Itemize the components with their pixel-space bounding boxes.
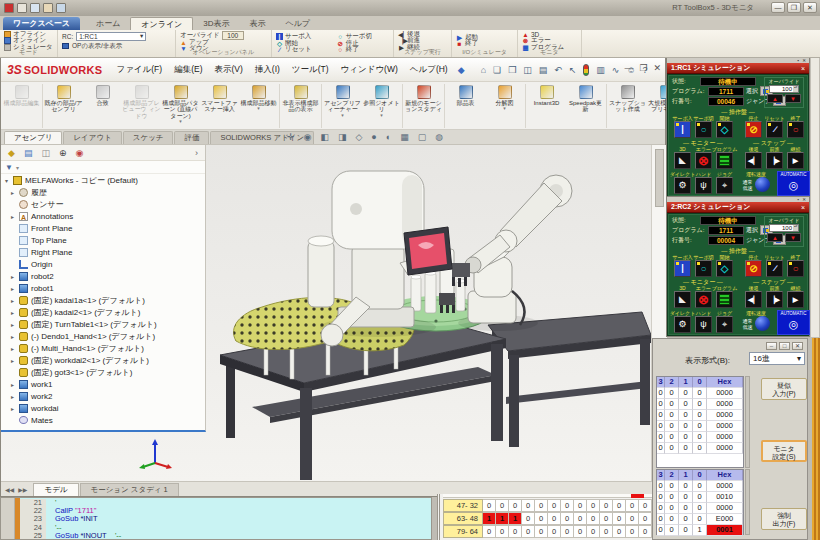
print-icon[interactable]: ▤	[539, 65, 548, 75]
menu-1[interactable]: 編集(E)	[168, 64, 208, 76]
tree-filter[interactable]: ▼▾	[1, 161, 205, 174]
new-document-icon[interactable]: ❏	[493, 65, 501, 75]
tab-scroll-right-icon[interactable]: ▶▶	[16, 486, 29, 493]
bit-cell[interactable]: 0	[639, 525, 652, 538]
hand-2-button[interactable]: ⌖	[716, 177, 733, 194]
bit-cell[interactable]: 0	[574, 499, 587, 512]
override-down-button[interactable]: ▼	[785, 233, 801, 242]
bit-cell[interactable]: 0	[587, 499, 600, 512]
toolbar-12[interactable]: 分解図▾	[485, 84, 524, 111]
speed-button[interactable]	[755, 177, 770, 192]
zoom-fit-icon[interactable]: ✛	[287, 132, 295, 142]
quick-tool-icon[interactable]	[56, 3, 66, 13]
bit-cell[interactable]: 0	[613, 525, 626, 538]
bit-cell[interactable]: 0	[509, 525, 522, 538]
tree-item-18[interactable]: ▸workdai	[1, 402, 205, 414]
monitor-0-button[interactable]: ◣	[674, 291, 691, 308]
menu-0[interactable]: ファイル(F)	[110, 64, 168, 76]
monitor-2-button[interactable]	[716, 152, 733, 169]
dimxpert-tab-icon[interactable]: ⊕	[59, 148, 67, 158]
menu-5[interactable]: ウィンドウ(W)	[335, 64, 404, 76]
bit-cell[interactable]: 1	[509, 512, 522, 525]
servo-0-button[interactable]: |	[674, 260, 691, 277]
menu-2[interactable]: 表示(V)	[208, 64, 248, 76]
toolbar-7[interactable]: 非表示構成部品の表示	[281, 84, 320, 113]
servo-1-button[interactable]: ○	[695, 260, 712, 277]
bit-cell[interactable]: 0	[613, 512, 626, 525]
expand-icon[interactable]: ▾	[5, 177, 13, 184]
3d-scene[interactable]	[206, 145, 651, 483]
menu-4[interactable]: ツール(T)	[286, 64, 335, 76]
expand-icon[interactable]: ▸	[11, 285, 19, 292]
configuration-tab-icon[interactable]: ◫	[41, 148, 50, 158]
step-2-button[interactable]: ▶	[787, 291, 804, 308]
servo-2-button[interactable]: ◇	[716, 260, 733, 277]
tree-item-12[interactable]: ▸(-) Dendo1_Hand<1> (デフォルト)	[1, 330, 205, 342]
ribbon-servo-0[interactable]: |サーボ入	[276, 33, 329, 40]
code-line-4[interactable]: 25GoSub *INOUT '--	[20, 532, 431, 540]
servo-4-button[interactable]: ∕∕	[766, 121, 783, 138]
tree-item-4[interactable]: Top Plane	[1, 234, 205, 246]
tree-item-8[interactable]: ▸robot1	[1, 282, 205, 294]
scrollbar-thumb[interactable]	[655, 149, 664, 207]
expand-icon[interactable]: ▸	[11, 357, 19, 364]
rebuild-icon[interactable]	[583, 64, 589, 76]
minimize-button[interactable]: —	[771, 2, 785, 13]
display-style-icon[interactable]: ◇	[355, 132, 362, 142]
automatic-button[interactable]: AUTOMATIC◎	[777, 310, 810, 335]
expand-icon[interactable]: ▸	[11, 333, 19, 340]
appearance-icon[interactable]: ◐	[386, 132, 391, 142]
doc-tab-1[interactable]: レイアウト	[63, 131, 121, 144]
expand-icon[interactable]: ▸	[11, 213, 19, 220]
bit-cell[interactable]: 0	[548, 499, 561, 512]
expand-icon[interactable]: ▸	[11, 381, 19, 388]
servo-5-button[interactable]: ○	[787, 121, 804, 138]
servo-1-button[interactable]: ○	[695, 121, 712, 138]
toolbar-10[interactable]: 新規のモーションスタディ	[404, 84, 443, 113]
scrollbar[interactable]	[745, 376, 750, 468]
servo-3-button[interactable]: ⊘	[745, 121, 762, 138]
speed-option[interactable]: 低速	[743, 324, 753, 330]
hand-1-button[interactable]: ψ	[695, 177, 712, 194]
expand-icon[interactable]: ▸	[11, 297, 19, 304]
bit-cell[interactable]: 0	[522, 525, 535, 538]
maximize-button[interactable]: ❐	[787, 2, 801, 13]
servo-2-button[interactable]: ◇	[716, 121, 733, 138]
toolbar-14[interactable]: Speedpak更新	[566, 84, 605, 113]
bit-cell[interactable]: 0	[626, 525, 639, 538]
view-orientation-icon[interactable]: ◨	[338, 132, 347, 142]
tree-item-17[interactable]: ▸work2	[1, 390, 205, 402]
bit-cell[interactable]: 0	[587, 512, 600, 525]
bit-cell[interactable]: 0	[639, 512, 652, 525]
bit-cell[interactable]: 0	[496, 525, 509, 538]
ribbon-step-1[interactable]: ▕▶前進	[398, 38, 447, 45]
toolbar-13[interactable]: Instant3D	[527, 84, 566, 106]
bit-cell[interactable]: 0	[496, 499, 509, 512]
open-icon[interactable]: ❒	[508, 65, 516, 75]
bit-cell[interactable]: 0	[587, 525, 600, 538]
rc-select[interactable]: 1:RC1▾	[76, 32, 146, 41]
hand-0-button[interactable]: ⚙	[674, 316, 691, 333]
toolbar-8[interactable]: アセンブリフィーチャー▾	[323, 84, 362, 118]
expand-icon[interactable]: ▸	[11, 345, 19, 352]
tree-item-19[interactable]: Mates	[1, 414, 205, 426]
override-up-button[interactable]: ▲	[767, 233, 783, 242]
servo-3-button[interactable]: ⊘	[745, 260, 762, 277]
bit-cell[interactable]: 0	[600, 499, 613, 512]
ribbon-tab-1[interactable]: ホーム	[86, 17, 130, 30]
propertymanager-tab-icon[interactable]: ▤	[24, 148, 33, 158]
monitor-1-button[interactable]: ⊗	[695, 291, 712, 308]
bit-cell[interactable]: 0	[626, 512, 639, 525]
toolbar-6[interactable]: 構成部品移動▾	[239, 84, 278, 111]
bit-cell[interactable]: 0	[561, 512, 574, 525]
servo-4-button[interactable]: ∕∕	[766, 260, 783, 277]
hide-show-icon[interactable]: ●	[371, 132, 376, 142]
doc-tab-0[interactable]: アセンブリ	[4, 131, 62, 144]
toolbar-15[interactable]: スナップショット作成	[608, 84, 647, 113]
step-1-button[interactable]: ▕▶	[766, 291, 783, 308]
bit-cell[interactable]: 0	[483, 525, 496, 538]
menu-6[interactable]: ヘルプ(H)	[404, 64, 454, 76]
doc-tab-3[interactable]: 評価	[174, 131, 209, 144]
ribbon-servo-3[interactable]: ⊘停止	[337, 40, 389, 47]
force-output-button[interactable]: 強制出力(F)	[761, 508, 807, 530]
